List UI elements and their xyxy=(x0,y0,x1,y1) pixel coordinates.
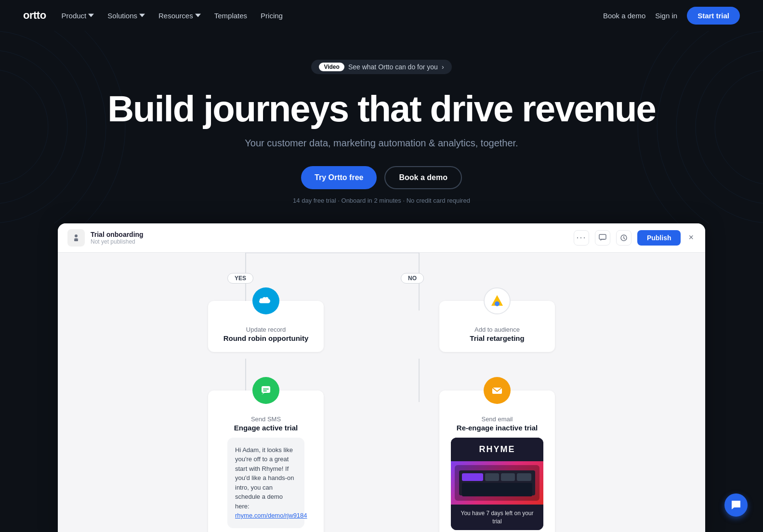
node-card-add-audience[interactable]: Add to audience Trial retargeting xyxy=(439,301,555,352)
node-action-label: Add to audience xyxy=(451,326,543,333)
navbar: ortto Product Solutions Resources Templa… xyxy=(0,0,763,31)
node-card-inner: Send SMS Engage active trial xyxy=(220,400,312,432)
history-icon xyxy=(620,234,628,242)
node-action-label: Update record xyxy=(220,326,312,333)
video-badge-label: Video xyxy=(319,63,344,71)
node-name: Round robin opportunity xyxy=(220,334,312,342)
svg-marker-27 xyxy=(262,393,264,395)
flow-node-update-record: Update record Round robin opportunity xyxy=(208,301,324,352)
email-preview: RHYME xyxy=(451,438,543,531)
sms-preview-text: Hi Adam, it looks like you're off to a g… xyxy=(235,446,294,510)
svg-point-10 xyxy=(75,234,78,237)
svg-point-24 xyxy=(495,301,500,306)
chevron-down-icon xyxy=(88,13,94,18)
logo: ortto xyxy=(23,9,46,22)
flow-row-1: Update record Round robin opportunity xyxy=(87,262,676,352)
more-options-button[interactable]: ··· xyxy=(574,230,589,246)
node-card-send-email[interactable]: Send email Re-engage inactive trial RHYM… xyxy=(439,390,555,532)
chat-button[interactable] xyxy=(724,493,748,517)
node-card-inner: Update record Round robin opportunity xyxy=(220,311,312,342)
sms-icon xyxy=(260,384,272,397)
sms-preview-link[interactable]: rhyme.com/demo/rjw9184 xyxy=(235,512,307,519)
book-demo-button[interactable]: Book a demo xyxy=(384,166,461,189)
hero-section: Video See what Ortto can do for you › Bu… xyxy=(0,31,763,223)
chevron-down-icon xyxy=(195,13,201,18)
salesforce-icon xyxy=(259,295,273,307)
panel-header-right: ··· Publish × xyxy=(574,230,696,246)
video-badge[interactable]: Video See what Ortto can do for you › xyxy=(311,60,451,74)
video-badge-text: See what Ortto can do for you xyxy=(348,63,438,71)
node-action-label: Send SMS xyxy=(220,415,312,423)
history-button[interactable] xyxy=(616,230,631,246)
svg-rect-28 xyxy=(263,389,269,389)
nav-link-templates[interactable]: Templates xyxy=(214,12,247,20)
branch-no-label: NO xyxy=(401,273,424,284)
email-preview-brand: RHYME xyxy=(451,438,543,461)
start-trial-button[interactable]: Start trial xyxy=(687,7,740,25)
flow-node-send-email: Send email Re-engage inactive trial RHYM… xyxy=(439,390,555,532)
email-icon xyxy=(491,384,503,397)
hero-footnote: 14 day free trial · Onboard in 2 minutes… xyxy=(10,197,753,204)
node-card-update-record[interactable]: Update record Round robin opportunity xyxy=(208,301,324,352)
salesforce-icon-wrap xyxy=(252,287,279,314)
panel-header: Trial onboarding Not yet published ··· xyxy=(58,223,705,253)
google-ads-icon-wrap xyxy=(484,287,511,314)
dots-icon: ··· xyxy=(576,233,586,243)
nav-links: Product Solutions Resources Templates Pr… xyxy=(62,12,283,20)
nav-link-pricing[interactable]: Pricing xyxy=(261,12,283,20)
flow-row-2: Send SMS Engage active trial Hi Adam, it… xyxy=(87,352,676,532)
chevron-down-icon xyxy=(139,13,145,18)
google-ads-icon xyxy=(489,293,505,309)
panel-title: Trial onboarding xyxy=(91,231,144,238)
nav-link-resources[interactable]: Resources xyxy=(158,12,201,20)
book-demo-link[interactable]: Book a demo xyxy=(603,12,645,20)
node-card-inner: Send email Re-engage inactive trial xyxy=(451,400,543,432)
node-name: Re-engage inactive trial xyxy=(451,424,543,432)
node-action-label: Send email xyxy=(451,415,543,423)
hero-subtitle: Your customer data, marketing automation… xyxy=(10,138,753,149)
nav-left: ortto Product Solutions Resources Templa… xyxy=(23,9,283,22)
panel-header-left: Trial onboarding Not yet published xyxy=(67,229,144,247)
svg-rect-14 xyxy=(599,234,606,239)
flow-node-send-sms: Send SMS Engage active trial Hi Adam, it… xyxy=(208,390,324,532)
hero-buttons: Try Ortto free Book a demo xyxy=(10,166,753,189)
try-ortto-button[interactable]: Try Ortto free xyxy=(301,166,377,189)
journey-icon xyxy=(71,233,81,243)
node-card-send-sms[interactable]: Send SMS Engage active trial Hi Adam, it… xyxy=(208,390,324,532)
email-preview-content: You have 7 days left on your trial xyxy=(451,505,543,531)
nav-link-product[interactable]: Product xyxy=(62,12,94,20)
sign-in-link[interactable]: Sign in xyxy=(655,12,677,20)
node-card-inner: Add to audience Trial retargeting xyxy=(451,311,543,342)
hero-title: Build journeys that drive revenue xyxy=(10,90,753,128)
publish-button[interactable]: Publish xyxy=(637,230,681,246)
nav-right: Book a demo Sign in Start trial xyxy=(603,7,740,25)
email-preview-image xyxy=(451,461,543,505)
svg-rect-29 xyxy=(263,390,267,391)
node-name: Engage active trial xyxy=(220,424,312,432)
sms-preview: Hi Adam, it looks like you're off to a g… xyxy=(227,438,304,528)
nav-link-solutions[interactable]: Solutions xyxy=(107,12,145,20)
sms-icon-wrap xyxy=(252,377,279,404)
chat-icon xyxy=(731,500,741,510)
flow-node-add-audience: Add to audience Trial retargeting xyxy=(439,301,555,352)
node-name: Trial retargeting xyxy=(451,334,543,342)
comment-button[interactable] xyxy=(595,230,610,246)
email-icon-wrap xyxy=(484,377,511,404)
close-button[interactable]: × xyxy=(686,231,696,245)
branch-yes-label: YES xyxy=(227,273,253,284)
panel-title-group: Trial onboarding Not yet published xyxy=(91,231,144,245)
panel-status: Not yet published xyxy=(91,238,144,245)
flow-canvas: YES NO Update record Round robin opportu… xyxy=(58,253,705,532)
comment-icon xyxy=(599,234,606,242)
arrow-icon: › xyxy=(442,63,444,71)
journey-panel: Trial onboarding Not yet published ··· xyxy=(58,223,705,532)
panel-icon xyxy=(67,229,85,247)
